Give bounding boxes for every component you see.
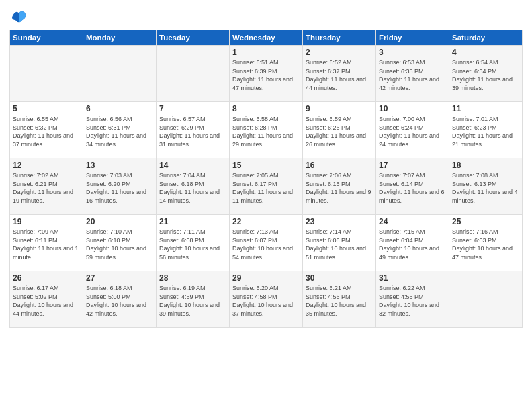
day-number: 29 xyxy=(232,273,300,283)
day-number: 13 xyxy=(86,161,153,170)
day-number: 11 xyxy=(452,104,519,113)
day-info: Sunrise: 6:51 AM Sunset: 6:39 PM Dayligh… xyxy=(232,58,300,92)
calendar-cell: 14Sunrise: 7:04 AM Sunset: 6:18 PM Dayli… xyxy=(157,158,230,215)
day-info: Sunrise: 7:09 AM Sunset: 6:11 PM Dayligh… xyxy=(13,228,80,261)
day-info: Sunrise: 7:16 AM Sunset: 6:03 PM Dayligh… xyxy=(452,228,519,261)
calendar-header-row: SundayMondayTuesdayWednesdayThursdayFrid… xyxy=(10,30,523,46)
day-number: 30 xyxy=(306,273,373,283)
calendar-cell: 27Sunrise: 6:18 AM Sunset: 5:00 PM Dayli… xyxy=(83,271,157,328)
day-number: 2 xyxy=(306,48,373,57)
day-number: 23 xyxy=(306,217,373,226)
calendar-cell: 13Sunrise: 7:03 AM Sunset: 6:20 PM Dayli… xyxy=(83,158,157,215)
calendar-cell: 10Sunrise: 7:00 AM Sunset: 6:24 PM Dayli… xyxy=(376,102,449,158)
calendar-cell: 4Sunrise: 6:54 AM Sunset: 6:34 PM Daylig… xyxy=(449,46,523,102)
day-info: Sunrise: 6:17 AM Sunset: 5:02 PM Dayligh… xyxy=(13,284,80,318)
day-info: Sunrise: 6:20 AM Sunset: 4:58 PM Dayligh… xyxy=(232,284,300,318)
day-header-thursday: Thursday xyxy=(303,30,376,46)
day-number: 24 xyxy=(379,217,446,226)
calendar-week-row: 12Sunrise: 7:02 AM Sunset: 6:21 PM Dayli… xyxy=(10,158,523,215)
day-number: 26 xyxy=(13,273,80,283)
logo xyxy=(9,7,31,26)
day-number: 8 xyxy=(232,104,300,113)
day-number: 22 xyxy=(232,217,300,226)
day-number: 31 xyxy=(379,273,446,283)
day-info: Sunrise: 6:53 AM Sunset: 6:35 PM Dayligh… xyxy=(379,58,446,92)
calendar-cell: 7Sunrise: 6:57 AM Sunset: 6:29 PM Daylig… xyxy=(157,102,230,158)
calendar-cell: 20Sunrise: 7:10 AM Sunset: 6:10 PM Dayli… xyxy=(83,215,157,271)
day-number: 27 xyxy=(86,273,153,283)
calendar-cell: 29Sunrise: 6:20 AM Sunset: 4:58 PM Dayli… xyxy=(230,271,303,328)
day-header-tuesday: Tuesday xyxy=(157,30,230,46)
calendar-cell: 19Sunrise: 7:09 AM Sunset: 6:11 PM Dayli… xyxy=(10,215,83,271)
day-info: Sunrise: 7:04 AM Sunset: 6:18 PM Dayligh… xyxy=(159,171,226,205)
day-info: Sunrise: 7:01 AM Sunset: 6:23 PM Dayligh… xyxy=(452,115,519,148)
day-number: 15 xyxy=(232,161,300,170)
day-number: 18 xyxy=(452,161,519,170)
logo-icon xyxy=(9,7,28,26)
calendar-cell: 24Sunrise: 7:15 AM Sunset: 6:04 PM Dayli… xyxy=(376,215,449,271)
day-info: Sunrise: 7:06 AM Sunset: 6:15 PM Dayligh… xyxy=(306,171,373,205)
calendar-week-row: 5Sunrise: 6:55 AM Sunset: 6:32 PM Daylig… xyxy=(10,102,523,158)
day-info: Sunrise: 6:58 AM Sunset: 6:28 PM Dayligh… xyxy=(232,115,300,148)
day-info: Sunrise: 6:21 AM Sunset: 4:56 PM Dayligh… xyxy=(306,284,373,318)
day-number: 7 xyxy=(159,104,226,113)
calendar-cell xyxy=(83,46,157,102)
calendar-cell: 11Sunrise: 7:01 AM Sunset: 6:23 PM Dayli… xyxy=(449,102,523,158)
calendar-cell: 3Sunrise: 6:53 AM Sunset: 6:35 PM Daylig… xyxy=(376,46,449,102)
day-header-monday: Monday xyxy=(83,30,157,46)
day-header-sunday: Sunday xyxy=(10,30,83,46)
calendar-cell: 5Sunrise: 6:55 AM Sunset: 6:32 PM Daylig… xyxy=(10,102,83,158)
calendar-cell: 22Sunrise: 7:13 AM Sunset: 6:07 PM Dayli… xyxy=(230,215,303,271)
day-info: Sunrise: 7:15 AM Sunset: 6:04 PM Dayligh… xyxy=(379,228,446,261)
day-number: 10 xyxy=(379,104,446,113)
calendar-cell: 15Sunrise: 7:05 AM Sunset: 6:17 PM Dayli… xyxy=(230,158,303,215)
calendar-cell: 6Sunrise: 6:56 AM Sunset: 6:31 PM Daylig… xyxy=(83,102,157,158)
calendar-cell: 26Sunrise: 6:17 AM Sunset: 5:02 PM Dayli… xyxy=(10,271,83,328)
day-info: Sunrise: 7:08 AM Sunset: 6:13 PM Dayligh… xyxy=(452,171,519,205)
day-info: Sunrise: 7:05 AM Sunset: 6:17 PM Dayligh… xyxy=(232,171,300,205)
calendar-cell: 25Sunrise: 7:16 AM Sunset: 6:03 PM Dayli… xyxy=(449,215,523,271)
calendar-cell xyxy=(449,271,523,328)
day-info: Sunrise: 6:52 AM Sunset: 6:37 PM Dayligh… xyxy=(306,58,373,92)
day-number: 28 xyxy=(159,273,226,283)
day-info: Sunrise: 7:11 AM Sunset: 6:08 PM Dayligh… xyxy=(159,228,226,261)
calendar-cell: 28Sunrise: 6:19 AM Sunset: 4:59 PM Dayli… xyxy=(157,271,230,328)
calendar-cell xyxy=(10,46,83,102)
day-number: 19 xyxy=(13,217,80,226)
day-number: 14 xyxy=(159,161,226,170)
day-number: 6 xyxy=(86,104,153,113)
day-number: 5 xyxy=(13,104,80,113)
day-info: Sunrise: 6:18 AM Sunset: 5:00 PM Dayligh… xyxy=(86,284,153,318)
day-header-friday: Friday xyxy=(376,30,449,46)
day-number: 3 xyxy=(379,48,446,57)
day-info: Sunrise: 7:13 AM Sunset: 6:07 PM Dayligh… xyxy=(232,228,300,261)
day-number: 16 xyxy=(306,161,373,170)
day-number: 12 xyxy=(13,161,80,170)
calendar-week-row: 1Sunrise: 6:51 AM Sunset: 6:39 PM Daylig… xyxy=(10,46,523,102)
day-number: 9 xyxy=(306,104,373,113)
day-info: Sunrise: 7:10 AM Sunset: 6:10 PM Dayligh… xyxy=(86,228,153,261)
calendar-cell: 23Sunrise: 7:14 AM Sunset: 6:06 PM Dayli… xyxy=(303,215,376,271)
day-info: Sunrise: 7:02 AM Sunset: 6:21 PM Dayligh… xyxy=(13,171,80,205)
day-header-saturday: Saturday xyxy=(449,30,523,46)
day-info: Sunrise: 6:57 AM Sunset: 6:29 PM Dayligh… xyxy=(159,115,226,148)
calendar-cell: 1Sunrise: 6:51 AM Sunset: 6:39 PM Daylig… xyxy=(230,46,303,102)
header xyxy=(9,7,523,26)
day-header-wednesday: Wednesday xyxy=(230,30,303,46)
calendar-cell xyxy=(157,46,230,102)
calendar-week-row: 26Sunrise: 6:17 AM Sunset: 5:02 PM Dayli… xyxy=(10,271,523,328)
calendar-cell: 18Sunrise: 7:08 AM Sunset: 6:13 PM Dayli… xyxy=(449,158,523,215)
day-info: Sunrise: 6:22 AM Sunset: 4:55 PM Dayligh… xyxy=(379,284,446,318)
calendar-cell: 12Sunrise: 7:02 AM Sunset: 6:21 PM Dayli… xyxy=(10,158,83,215)
day-info: Sunrise: 6:19 AM Sunset: 4:59 PM Dayligh… xyxy=(159,284,226,318)
calendar-week-row: 19Sunrise: 7:09 AM Sunset: 6:11 PM Dayli… xyxy=(10,215,523,271)
calendar-cell: 31Sunrise: 6:22 AM Sunset: 4:55 PM Dayli… xyxy=(376,271,449,328)
day-number: 20 xyxy=(86,217,153,226)
day-number: 25 xyxy=(452,217,519,226)
day-info: Sunrise: 6:55 AM Sunset: 6:32 PM Dayligh… xyxy=(13,115,80,148)
calendar-cell: 17Sunrise: 7:07 AM Sunset: 6:14 PM Dayli… xyxy=(376,158,449,215)
day-info: Sunrise: 7:07 AM Sunset: 6:14 PM Dayligh… xyxy=(379,171,446,205)
calendar-cell: 30Sunrise: 6:21 AM Sunset: 4:56 PM Dayli… xyxy=(303,271,376,328)
day-number: 1 xyxy=(232,48,300,57)
day-info: Sunrise: 6:59 AM Sunset: 6:26 PM Dayligh… xyxy=(306,115,373,148)
